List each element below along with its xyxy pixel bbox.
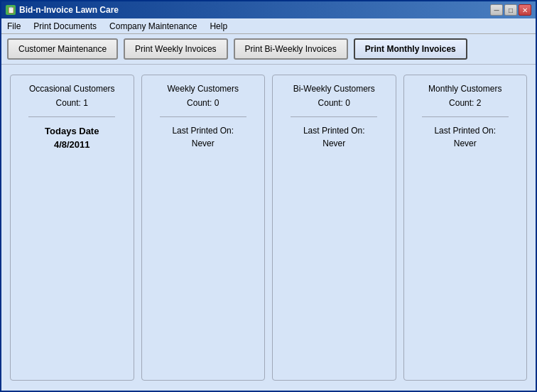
monthly-printed-label: Last Printed On:	[434, 126, 496, 136]
biweekly-title: Bi-Weekly Customers	[293, 84, 375, 94]
biweekly-count: Count: 0	[318, 98, 350, 108]
todays-date-value: 4/8/2011	[54, 139, 90, 150]
weekly-title: Weekly Customers	[168, 84, 239, 94]
monthly-customers-card: Monthly Customers Count: 2 Last Printed …	[403, 75, 528, 381]
occasional-count: Count: 1	[56, 98, 88, 108]
monthly-title: Monthly Customers	[428, 84, 501, 94]
menu-file[interactable]: File	[4, 20, 23, 33]
monthly-printed-value: Never	[454, 138, 477, 148]
menu-bar: File Print Documents Company Maintenance…	[1, 18, 536, 34]
occasional-title: Occasional Customers	[29, 84, 115, 94]
title-bar: 📋 Bid-n-Invoice Lawn Care ─ □ ✕	[1, 1, 536, 18]
biweekly-divider	[291, 116, 377, 117]
title-bar-left: 📋 Bid-n-Invoice Lawn Care	[6, 5, 119, 15]
minimize-button[interactable]: ─	[490, 4, 503, 16]
occasional-divider	[28, 116, 115, 117]
biweekly-printed-value: Never	[322, 138, 345, 148]
weekly-printed-label: Last Printed On:	[172, 126, 234, 136]
weekly-divider	[160, 116, 246, 117]
app-icon: 📋	[6, 5, 16, 15]
biweekly-printed-label: Last Printed On:	[303, 126, 365, 136]
close-button[interactable]: ✕	[519, 4, 531, 16]
biweekly-customers-card: Bi-Weekly Customers Count: 0 Last Printe…	[272, 75, 396, 381]
monthly-divider	[422, 116, 509, 117]
customer-maintenance-button[interactable]: Customer Maintenance	[7, 38, 118, 60]
weekly-customers-card: Weekly Customers Count: 0 Last Printed O…	[141, 75, 266, 381]
toolbar: Customer Maintenance Print Weekly Invoic…	[1, 34, 536, 65]
menu-company-maintenance[interactable]: Company Maintenance	[107, 20, 200, 33]
window-title: Bid-n-Invoice Lawn Care	[19, 5, 119, 15]
print-monthly-button[interactable]: Print Monthly Invoices	[354, 38, 467, 60]
maximize-button[interactable]: □	[504, 4, 517, 16]
print-weekly-button[interactable]: Print Weekly Invoices	[124, 38, 228, 60]
print-biweekly-button[interactable]: Print Bi-Weekly Invoices	[234, 38, 348, 60]
menu-help[interactable]: Help	[207, 20, 230, 33]
occasional-customers-card: Occasional Customers Count: 1 Todays Dat…	[10, 75, 134, 381]
menu-print-documents[interactable]: Print Documents	[31, 20, 99, 33]
weekly-count: Count: 0	[187, 98, 219, 108]
monthly-count: Count: 2	[449, 98, 481, 108]
main-window: 📋 Bid-n-Invoice Lawn Care ─ □ ✕ File Pri…	[0, 0, 537, 392]
weekly-printed-value: Never	[192, 138, 215, 148]
todays-date-label: Todays Date	[45, 126, 99, 136]
main-content: Occasional Customers Count: 1 Todays Dat…	[1, 65, 536, 391]
title-bar-controls: ─ □ ✕	[490, 4, 531, 16]
